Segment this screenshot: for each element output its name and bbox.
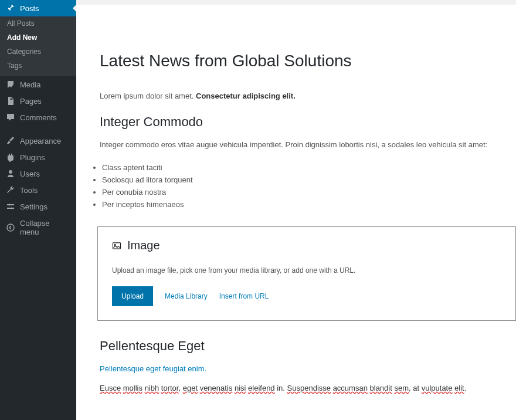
sidebar-item-appearance[interactable]: Appearance bbox=[0, 133, 76, 149]
sidebar-comments-label: Comments bbox=[20, 113, 57, 122]
image-icon bbox=[112, 241, 121, 250]
insert-from-url-button[interactable]: Insert from URL bbox=[219, 292, 269, 300]
integer-paragraph[interactable]: Integer commodo eros vitae augue vehicul… bbox=[100, 140, 516, 149]
word: blandit bbox=[370, 384, 392, 392]
image-block-desc: Upload an image file, pick one from your… bbox=[112, 266, 501, 275]
plug-icon bbox=[6, 153, 15, 162]
submenu-all-posts[interactable]: All Posts bbox=[0, 16, 76, 31]
intro-bold: Consectetur adipiscing elit. bbox=[196, 92, 296, 100]
media-library-button[interactable]: Media Library bbox=[165, 292, 208, 300]
word: Eusce bbox=[100, 384, 121, 392]
wrench-icon bbox=[6, 185, 15, 195]
bullet-list[interactable]: Class aptent taciti Sociosqu ad litora t… bbox=[90, 163, 516, 209]
word: nibh bbox=[145, 384, 159, 392]
collapse-menu[interactable]: Collapse menu bbox=[0, 215, 76, 241]
sidebar-tools-label: Tools bbox=[20, 186, 38, 195]
word: elit bbox=[454, 384, 464, 392]
word: vulputate bbox=[422, 384, 453, 392]
svg-point-0 bbox=[9, 204, 11, 206]
word: eget bbox=[183, 384, 198, 392]
word: mollis bbox=[123, 384, 142, 392]
sidebar-posts-label: Posts bbox=[20, 4, 39, 13]
sidebar-media-label: Media bbox=[20, 80, 40, 89]
heading-pellentesque[interactable]: Pellentesque Eget bbox=[100, 338, 516, 354]
sliders-icon bbox=[6, 202, 15, 211]
sidebar-item-media[interactable]: Media bbox=[0, 76, 76, 93]
pin-icon bbox=[6, 4, 15, 13]
word: tortor bbox=[161, 384, 179, 392]
admin-sidebar: Posts All Posts Add New Categories Tags … bbox=[0, 0, 76, 420]
svg-point-1 bbox=[11, 208, 13, 209]
word: eleifend bbox=[248, 384, 275, 392]
image-block-label: Image bbox=[127, 239, 160, 252]
word: venenatis bbox=[200, 384, 233, 392]
user-icon bbox=[6, 169, 15, 178]
image-block-placeholder[interactable]: Image Upload an image file, pick one fro… bbox=[97, 226, 516, 321]
sidebar-item-plugins[interactable]: Plugins bbox=[0, 149, 76, 165]
sidebar-item-users[interactable]: Users bbox=[0, 165, 76, 182]
heading-integer[interactable]: Integer Commodo bbox=[100, 114, 516, 130]
intro-paragraph[interactable]: Lorem ipsum dolor sit amet. Consectetur … bbox=[100, 92, 516, 100]
sidebar-item-tools[interactable]: Tools bbox=[0, 182, 76, 198]
link-paragraph[interactable]: Pellentesque eget feugiat enim. bbox=[100, 364, 516, 373]
sidebar-item-posts[interactable]: Posts bbox=[0, 0, 76, 16]
sidebar-item-settings[interactable]: Settings bbox=[0, 198, 76, 215]
sidebar-settings-label: Settings bbox=[20, 202, 47, 211]
word: Suspendisse bbox=[287, 384, 331, 392]
image-block-header: Image bbox=[112, 239, 501, 252]
final-paragraph[interactable]: Eusce mollis nibh tortor, eget venenatis… bbox=[100, 384, 516, 392]
list-item[interactable]: Sociosqu ad litora torquent bbox=[102, 175, 516, 184]
post-title[interactable]: Latest News from Global Solutions bbox=[100, 52, 516, 70]
image-block-actions: Upload Media Library Insert from URL bbox=[112, 286, 501, 306]
editor-canvas[interactable]: Latest News from Global Solutions Lorem … bbox=[76, 5, 516, 420]
word: nisi bbox=[235, 384, 246, 392]
sep: in. bbox=[275, 384, 287, 392]
pages-icon bbox=[6, 96, 15, 106]
comments-icon bbox=[6, 113, 15, 122]
sep: , bbox=[178, 384, 182, 392]
list-item[interactable]: Per inceptos himenaeos bbox=[102, 200, 516, 209]
sidebar-appearance-label: Appearance bbox=[20, 137, 61, 145]
sidebar-item-pages[interactable]: Pages bbox=[0, 93, 76, 109]
submenu-categories[interactable]: Categories bbox=[0, 45, 76, 59]
sidebar-plugins-label: Plugins bbox=[20, 153, 45, 162]
dot: . bbox=[464, 384, 467, 392]
upload-button[interactable]: Upload bbox=[112, 286, 153, 306]
sep: , at bbox=[409, 384, 422, 392]
posts-submenu: All Posts Add New Categories Tags bbox=[0, 16, 76, 76]
list-item[interactable]: Per conubia nostra bbox=[102, 188, 516, 197]
sidebar-pages-label: Pages bbox=[20, 97, 42, 106]
intro-plain: Lorem ipsum dolor sit amet. bbox=[100, 92, 196, 100]
svg-point-2 bbox=[7, 224, 14, 231]
submenu-tags[interactable]: Tags bbox=[0, 59, 76, 73]
sidebar-item-comments[interactable]: Comments bbox=[0, 109, 76, 126]
collapse-label: Collapse menu bbox=[20, 219, 70, 236]
svg-rect-3 bbox=[113, 242, 120, 248]
collapse-icon bbox=[6, 223, 15, 232]
word: sem bbox=[394, 384, 409, 392]
word: accumsan bbox=[333, 384, 368, 392]
list-item[interactable]: Class aptent taciti bbox=[102, 163, 516, 172]
sidebar-users-label: Users bbox=[20, 170, 40, 178]
brush-icon bbox=[6, 136, 15, 145]
submenu-add-new[interactable]: Add New bbox=[0, 31, 76, 45]
media-icon bbox=[6, 80, 15, 89]
